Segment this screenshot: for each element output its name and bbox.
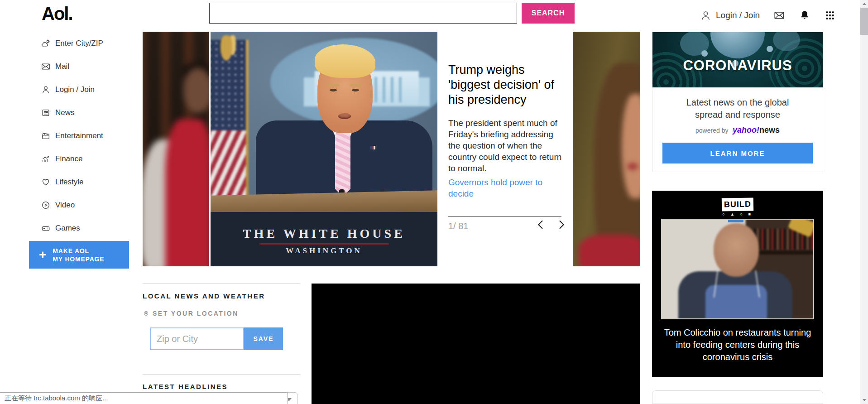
person-icon bbox=[700, 10, 712, 22]
carousel-next-button[interactable] bbox=[555, 218, 568, 232]
learn-more-button[interactable]: LEARN MORE bbox=[662, 143, 813, 164]
set-location-label: SET YOUR LOCATION bbox=[153, 310, 239, 317]
scroll-up-button[interactable] bbox=[860, 0, 868, 8]
chevron-left-icon bbox=[534, 218, 547, 231]
coronavirus-banner-title: CORONAVIRUS bbox=[652, 58, 823, 74]
build-video-module: BUILD ○ ▲ ○ ■ Tom Colicchio on restauran… bbox=[652, 191, 823, 377]
login-join-label: Login / Join bbox=[716, 10, 760, 20]
local-news-section-title: LOCAL NEWS AND WEATHER bbox=[143, 292, 265, 300]
sidebar-item-enter-city-zip[interactable]: Enter City/ZIP bbox=[41, 38, 131, 49]
page-scrollbar[interactable] bbox=[860, 0, 868, 404]
sidebar-item-label: Enter City/ZIP bbox=[55, 39, 103, 48]
video-player[interactable] bbox=[312, 284, 640, 404]
sidebar-item-label: News bbox=[55, 108, 75, 117]
build-video-thumbnail[interactable] bbox=[661, 219, 814, 319]
arrow-down-icon bbox=[863, 399, 866, 401]
coronavirus-banner-image: CORONAVIRUS bbox=[652, 32, 823, 87]
homepage-button-line2: MY HOMEPAGE bbox=[53, 255, 104, 263]
chevron-right-icon bbox=[555, 218, 568, 231]
hero-carousel: THE WHITE HOUSE WASHINGTON Trump weighs … bbox=[143, 32, 640, 266]
sidebar-item-label: Lifestyle bbox=[55, 178, 83, 187]
carousel-main-image[interactable]: THE WHITE HOUSE WASHINGTON bbox=[211, 32, 437, 266]
entertainment-icon bbox=[41, 131, 51, 141]
sidebar-item-video[interactable]: Video bbox=[41, 200, 131, 211]
plus-icon: + bbox=[39, 249, 46, 261]
mail-icon bbox=[41, 62, 51, 72]
news-logo: news bbox=[759, 125, 780, 135]
notifications-button[interactable] bbox=[799, 10, 810, 21]
finance-icon bbox=[41, 154, 51, 164]
build-logo: BUILD bbox=[722, 197, 753, 211]
aol-homepage: Aol. SEARCH Login / Join bbox=[0, 0, 868, 404]
powered-by-label: powered by bbox=[695, 127, 728, 134]
games-icon bbox=[41, 223, 51, 233]
homepage-button-line1: MAKE AOL bbox=[53, 247, 89, 255]
latest-headlines-section-title: LATEST HEADLINES bbox=[143, 383, 228, 390]
build-logo-shapes: ○ ▲ ○ ■ bbox=[652, 212, 823, 216]
person-icon bbox=[41, 85, 51, 95]
sidebar-item-label: Mail bbox=[55, 62, 69, 71]
login-join-button[interactable]: Login / Join bbox=[700, 10, 760, 22]
carousel-next-slide-image[interactable] bbox=[573, 32, 640, 266]
story-link[interactable]: Governors hold power to decide bbox=[448, 177, 562, 199]
sidebar-item-news[interactable]: News bbox=[41, 107, 131, 118]
news-icon bbox=[41, 108, 51, 118]
story-title[interactable]: Trump weighs 'biggest decision' of his p… bbox=[448, 63, 561, 107]
sidebar-item-login-join[interactable]: Login / Join bbox=[41, 84, 131, 95]
video-icon bbox=[41, 200, 51, 210]
carousel-story-card: Trump weighs 'biggest decision' of his p… bbox=[437, 32, 571, 266]
build-video-caption[interactable]: Tom Colicchio on restaurants turning int… bbox=[663, 327, 812, 363]
right-rail-next-module bbox=[652, 390, 823, 404]
scroll-down-button[interactable] bbox=[860, 396, 868, 404]
sidebar-item-label: Login / Join bbox=[55, 85, 95, 94]
scrollbar-thumb[interactable] bbox=[860, 8, 868, 35]
carousel-page-indicator: 1/ 81 bbox=[448, 221, 468, 231]
white-house-podium: THE WHITE HOUSE WASHINGTON bbox=[211, 212, 437, 266]
grid-icon bbox=[824, 10, 836, 21]
podium-text-line1: THE WHITE HOUSE bbox=[211, 226, 437, 241]
sidebar-item-mail[interactable]: Mail bbox=[41, 61, 131, 72]
zip-city-input[interactable] bbox=[150, 327, 244, 350]
make-aol-homepage-button[interactable]: + MAKE AOL MY HOMEPAGE bbox=[29, 241, 129, 269]
sidebar-item-label: Finance bbox=[55, 154, 82, 164]
heart-icon bbox=[41, 177, 51, 187]
apps-grid-button[interactable] bbox=[824, 10, 836, 21]
location-pin-icon bbox=[143, 310, 153, 317]
sidebar-item-games[interactable]: Games bbox=[41, 223, 131, 234]
browser-status-text: 正在等待 trc.taboola.com 的响应... bbox=[5, 394, 108, 403]
browser-status-bubble: 正在等待 trc.taboola.com 的响应... bbox=[0, 392, 288, 404]
section-divider bbox=[143, 374, 300, 375]
aol-logo[interactable]: Aol. bbox=[42, 4, 72, 24]
sidebar-item-label: Video bbox=[55, 201, 75, 210]
mail-icon-button[interactable] bbox=[773, 10, 785, 21]
weather-icon bbox=[41, 38, 51, 48]
carousel-prev-button[interactable] bbox=[534, 218, 547, 232]
coronavirus-heading: Latest news on the global spread and res… bbox=[674, 96, 801, 121]
story-summary: The president spent much of Friday's bri… bbox=[448, 117, 562, 174]
set-your-location[interactable]: SET YOUR LOCATION bbox=[143, 310, 239, 317]
header-actions: Login / Join bbox=[700, 8, 836, 23]
powered-by-yahoo-news: powered by yahoo!news bbox=[652, 125, 823, 135]
coronavirus-module: CORONAVIRUS Latest news on the global sp… bbox=[652, 32, 823, 172]
search-input[interactable] bbox=[209, 3, 517, 24]
podium-text-line2: WASHINGTON bbox=[211, 246, 437, 255]
save-location-button[interactable]: SAVE bbox=[244, 327, 283, 350]
sidebar-nav: Enter City/ZIP Mail Login / Join bbox=[41, 38, 131, 246]
card-divider bbox=[448, 216, 561, 216]
sidebar-item-label: Games bbox=[55, 224, 80, 233]
sidebar-item-entertainment[interactable]: Entertainment bbox=[41, 130, 131, 141]
yahoo-logo: yahoo! bbox=[733, 125, 759, 135]
sidebar-item-lifestyle[interactable]: Lifestyle bbox=[41, 177, 131, 188]
sidebar-item-label: Entertainment bbox=[55, 131, 103, 140]
search-button[interactable]: SEARCH bbox=[522, 3, 575, 24]
section-divider bbox=[143, 283, 300, 284]
carousel-prev-slide-image[interactable] bbox=[143, 32, 209, 266]
sidebar-item-finance[interactable]: Finance bbox=[41, 154, 131, 164]
mail-icon bbox=[773, 10, 785, 21]
bell-icon bbox=[799, 10, 810, 21]
arrow-up-icon bbox=[863, 3, 866, 5]
